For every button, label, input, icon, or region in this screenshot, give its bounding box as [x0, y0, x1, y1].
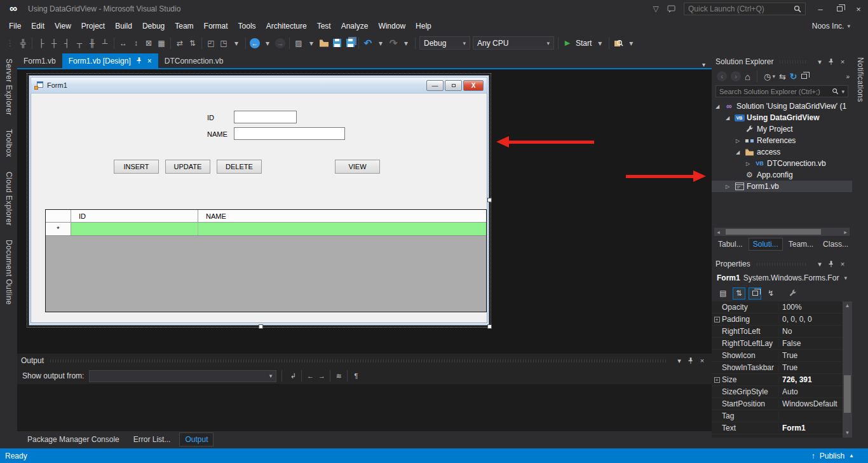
- feedback-smiley-icon[interactable]: [663, 3, 679, 15]
- redo-chevron-icon[interactable]: ▾: [400, 36, 412, 50]
- tab-form1-vb[interactable]: Form1.vb: [17, 53, 62, 68]
- property-row[interactable]: + Size 726, 391: [712, 374, 852, 386]
- start-debug-icon[interactable]: ▶: [561, 36, 574, 50]
- refresh-icon[interactable]: ↻: [790, 71, 797, 81]
- property-row[interactable]: RightToLeft No: [712, 326, 852, 338]
- menu-project[interactable]: Project: [76, 20, 110, 32]
- tab-list-chevron-icon[interactable]: ▾: [702, 61, 712, 68]
- tab-notifications[interactable]: Notifications: [856, 57, 865, 102]
- property-row[interactable]: SizeGripStyle Auto: [712, 386, 852, 398]
- menu-view[interactable]: View: [50, 20, 76, 32]
- new-item-icon[interactable]: ▨: [292, 36, 305, 50]
- scroll-left-icon[interactable]: ◂: [714, 229, 722, 235]
- property-row[interactable]: Text Form1: [712, 422, 852, 434]
- tab-package-manager-console[interactable]: Package Manager Console: [22, 433, 125, 446]
- close-icon[interactable]: ×: [696, 356, 708, 366]
- undo-chevron-icon[interactable]: ▾: [374, 36, 387, 50]
- publish-button[interactable]: ↑ Publish ▲: [811, 452, 854, 460]
- forward-icon[interactable]: ›: [731, 71, 741, 81]
- delete-button[interactable]: DELETE: [217, 160, 262, 174]
- resize-handle-bottom[interactable]: [259, 324, 263, 329]
- close-icon[interactable]: ×: [837, 259, 848, 269]
- home-icon[interactable]: ⌂: [745, 71, 750, 82]
- tree-item-dtconnection[interactable]: ▷ VB DTConnection.vb: [712, 158, 852, 169]
- undo-icon[interactable]: ↶: [362, 36, 374, 50]
- update-button[interactable]: UPDATE: [165, 160, 210, 174]
- tree-item-access-folder[interactable]: ◢ access: [712, 146, 852, 158]
- restore-button[interactable]: [830, 2, 849, 16]
- solution-explorer-hscrollbar[interactable]: ◂ ▸: [714, 228, 850, 236]
- view-button[interactable]: VIEW: [335, 160, 380, 174]
- property-row[interactable]: ShowIcon True: [712, 350, 852, 362]
- id-textbox[interactable]: [234, 111, 297, 123]
- expander-icon[interactable]: ◢: [726, 115, 734, 121]
- toolbar-overflow-chevron-icon[interactable]: ▾: [625, 36, 637, 50]
- designed-form[interactable]: Form1 — X ID NAME INSERT UPDATE DELETE V: [29, 75, 489, 326]
- tab-document-outline[interactable]: Document Outline: [4, 240, 13, 305]
- tree-item-references[interactable]: ▷ References: [712, 135, 852, 146]
- toolbar-overflow-icon[interactable]: »: [846, 73, 850, 80]
- make-same-size-icon[interactable]: ⊠: [142, 36, 155, 50]
- property-row[interactable]: RightToLeftLay False: [712, 338, 852, 350]
- menu-build[interactable]: Build: [110, 20, 137, 32]
- tab-toolbox[interactable]: Toolbox: [4, 129, 13, 157]
- close-tab-icon[interactable]: ×: [147, 57, 152, 66]
- scroll-down-icon[interactable]: ▼: [843, 429, 852, 438]
- close-button[interactable]: ×: [849, 2, 868, 16]
- tab-team-explorer[interactable]: Team...: [785, 238, 817, 250]
- window-position-chevron-icon[interactable]: ▾: [674, 356, 685, 366]
- resize-handle-right[interactable]: [487, 198, 492, 202]
- size-to-grid-icon[interactable]: ▦: [155, 36, 168, 50]
- scroll-up-icon[interactable]: ▲: [843, 301, 852, 310]
- tab-tabular[interactable]: Tabul...: [714, 238, 747, 250]
- pin-icon[interactable]: [825, 57, 837, 67]
- property-row[interactable]: Opacity 100%: [712, 301, 852, 314]
- tab-solution-explorer[interactable]: Soluti...: [749, 238, 783, 251]
- property-row[interactable]: StartPosition WindowsDefault: [712, 398, 852, 410]
- navigate-back-icon[interactable]: ←: [248, 36, 261, 50]
- tab-output[interactable]: Output: [179, 432, 214, 446]
- tab-class-view[interactable]: Class...: [819, 238, 852, 250]
- align-bottoms-icon[interactable]: ┴: [98, 36, 111, 50]
- tab-error-list[interactable]: Error List...: [128, 433, 176, 446]
- menu-architecture[interactable]: Architecture: [261, 20, 312, 32]
- show-output-from-select[interactable]: ▾: [89, 370, 276, 382]
- bring-to-front-icon[interactable]: ◰: [205, 36, 217, 50]
- find-in-files-icon[interactable]: [612, 36, 625, 50]
- datagridview-new-row[interactable]: *: [46, 223, 486, 236]
- horizontal-spacing-icon[interactable]: ⇄: [173, 36, 186, 50]
- search-options-chevron-icon[interactable]: ▾: [841, 88, 844, 95]
- expand-plus-icon[interactable]: +: [714, 317, 720, 322]
- alphabetical-icon[interactable]: ⇅: [733, 287, 745, 300]
- make-same-width-icon[interactable]: ↔: [117, 36, 130, 50]
- menu-tools[interactable]: Tools: [233, 20, 261, 32]
- toolbar-options-chevron-icon[interactable]: ▾: [230, 36, 243, 50]
- tree-item-project[interactable]: ◢ VB Using DataGridView: [712, 112, 852, 123]
- align-middles-icon[interactable]: ╫: [86, 36, 98, 50]
- start-debug-label[interactable]: Start: [576, 39, 592, 48]
- minimize-button[interactable]: –: [811, 2, 830, 16]
- menu-edit[interactable]: Edit: [26, 20, 50, 32]
- tab-cloud-explorer[interactable]: Cloud Explorer: [4, 172, 13, 226]
- clear-all-icon[interactable]: ≋: [333, 371, 344, 381]
- tree-item-app-config[interactable]: ⚙ App.config: [712, 169, 852, 181]
- pending-changes-filter-icon[interactable]: ◷▾: [764, 72, 775, 81]
- menu-file[interactable]: File: [4, 20, 26, 32]
- output-content[interactable]: [17, 384, 712, 431]
- datagridview-corner-cell[interactable]: [46, 210, 71, 222]
- align-tops-icon[interactable]: ┬: [73, 36, 86, 50]
- navigate-back-chevron-icon[interactable]: ▾: [261, 36, 274, 50]
- tab-server-explorer[interactable]: Server Explorer: [4, 59, 13, 115]
- expand-plus-icon[interactable]: +: [714, 377, 720, 383]
- pin-icon[interactable]: [825, 259, 837, 269]
- redo-icon[interactable]: ↷: [387, 36, 400, 50]
- start-debug-chevron-icon[interactable]: ▾: [593, 36, 606, 50]
- make-same-height-icon[interactable]: ↕: [130, 36, 142, 50]
- insert-button[interactable]: INSERT: [114, 160, 159, 174]
- expander-icon[interactable]: ▷: [726, 184, 734, 190]
- account-menu[interactable]: Noos Inc. ▾: [812, 22, 850, 31]
- pin-icon[interactable]: [685, 356, 696, 366]
- column-header-id[interactable]: ID: [71, 210, 198, 222]
- resize-handle-bottom-right[interactable]: [487, 324, 492, 329]
- menu-help[interactable]: Help: [410, 20, 437, 32]
